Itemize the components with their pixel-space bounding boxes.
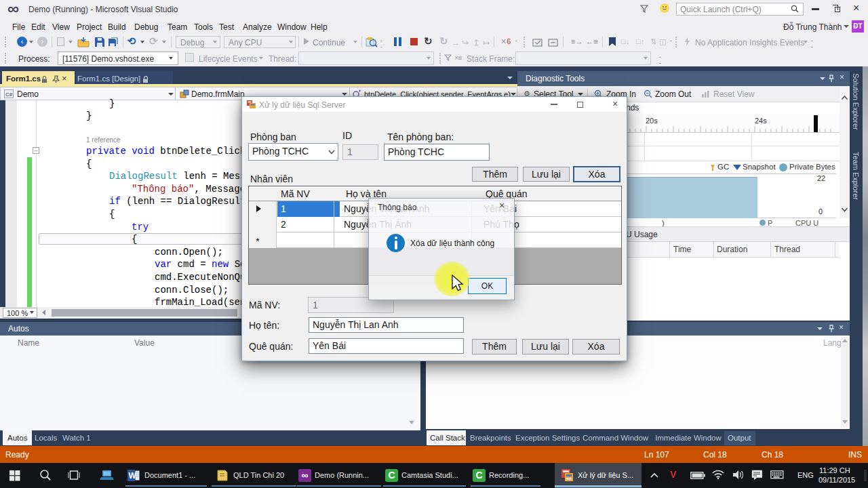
svg-text:C#: C#	[5, 92, 13, 98]
